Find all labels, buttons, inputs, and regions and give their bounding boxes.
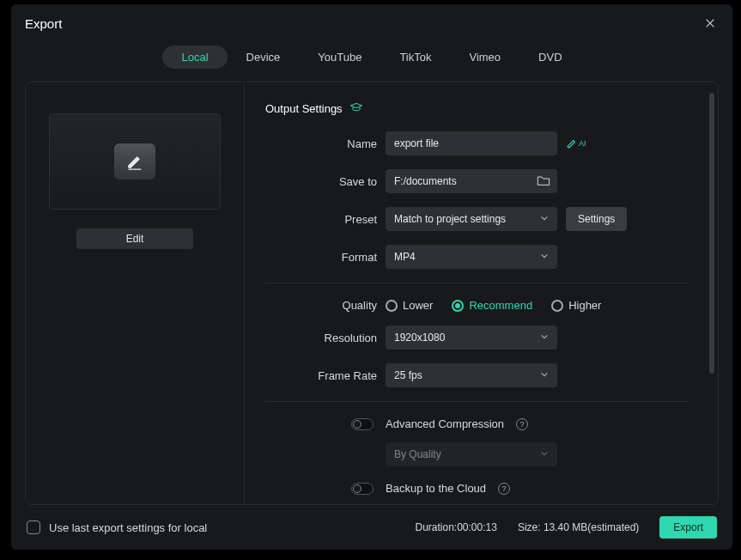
chevron-down-icon — [540, 369, 549, 381]
chevron-down-icon — [540, 448, 549, 460]
tab-dvd[interactable]: DVD — [519, 46, 580, 69]
quality-recommend-radio[interactable]: Recommend — [452, 299, 532, 312]
saveto-value: F:/documents — [394, 175, 457, 187]
edit-preview-button[interactable]: Edit — [76, 228, 193, 249]
chevron-down-icon — [540, 251, 549, 263]
quality-lower-radio[interactable]: Lower — [386, 299, 433, 312]
preset-value: Match to project settings — [394, 213, 506, 225]
tab-tiktok[interactable]: TikTok — [380, 46, 450, 69]
preset-dropdown[interactable]: Match to project settings — [386, 207, 557, 231]
tab-device[interactable]: Device — [228, 46, 300, 69]
row-preset: Preset Match to project settings Setting… — [265, 207, 689, 231]
chevron-down-icon — [540, 332, 549, 344]
format-value: MP4 — [394, 251, 416, 263]
footer-left: Use last export settings for local — [27, 520, 207, 534]
format-label: Format — [265, 251, 377, 264]
output-settings-panel: Output Settings Name AI Save to F:/docum… — [245, 82, 718, 504]
export-dialog: Export Local Device YouTube TikTok Vimeo… — [11, 4, 732, 550]
use-last-settings-label: Use last export settings for local — [49, 521, 207, 534]
footer-right: Duration:00:00:13 Size: 13.40 MB(estimat… — [415, 516, 717, 539]
size-value: 13.40 MB(estimated) — [544, 521, 639, 533]
help-icon[interactable]: ? — [498, 483, 510, 495]
output-settings-title: Output Settings — [265, 102, 343, 115]
saveto-field[interactable]: F:/documents — [386, 169, 557, 193]
backup-cloud-toggle[interactable] — [351, 483, 374, 495]
resolution-value: 1920x1080 — [394, 332, 445, 344]
row-name: Name AI — [265, 131, 689, 155]
compression-mode-dropdown: By Quality — [386, 442, 557, 466]
row-format: Format MP4 — [265, 245, 689, 269]
tab-local[interactable]: Local — [162, 46, 227, 69]
folder-icon[interactable] — [537, 174, 550, 189]
quality-label: Quality — [265, 299, 377, 312]
export-button[interactable]: Export — [659, 516, 717, 539]
ai-suffix: AI — [579, 139, 586, 148]
row-resolution: Resolution 1920x1080 — [265, 326, 689, 350]
use-last-settings-checkbox[interactable] — [27, 520, 40, 534]
dialog-title: Export — [25, 16, 62, 31]
duration-info: Duration:00:00:13 — [415, 521, 496, 533]
saveto-label: Save to — [265, 175, 377, 188]
resolution-label: Resolution — [265, 332, 377, 344]
quality-radio-group: Lower Recommend Higher — [386, 299, 601, 312]
dialog-footer: Use last export settings for local Durat… — [11, 505, 732, 550]
advanced-compression-toggle[interactable] — [351, 418, 374, 430]
preview-panel: Edit — [26, 82, 245, 504]
name-label: Name — [265, 137, 377, 150]
quality-recommend-label: Recommend — [469, 299, 532, 312]
compression-mode-value: By Quality — [394, 448, 441, 460]
row-save-to: Save to F:/documents — [265, 169, 689, 193]
row-advanced-compression: Advanced Compression ? — [265, 417, 689, 430]
ai-rename-button[interactable]: AI — [566, 137, 586, 149]
advanced-compression-label: Advanced Compression — [386, 417, 504, 430]
separator — [265, 283, 689, 283]
close-icon — [704, 17, 716, 29]
separator — [265, 401, 689, 402]
preview-thumbnail[interactable] — [49, 113, 221, 210]
duration-value: 00:00:13 — [457, 521, 497, 533]
quality-higher-label: Higher — [568, 299, 601, 312]
duration-label: Duration: — [415, 521, 457, 533]
backup-cloud-label: Backup to the Cloud — [386, 482, 486, 495]
pencil-icon — [114, 143, 155, 180]
row-compression-mode: By Quality — [265, 442, 689, 466]
size-info: Size: 13.40 MB(estimated) — [518, 521, 639, 533]
chevron-down-icon — [540, 213, 549, 225]
row-backup-cloud: Backup to the Cloud ? — [265, 482, 689, 495]
scrollbar[interactable] — [709, 93, 714, 494]
scrollbar-thumb[interactable] — [709, 93, 714, 374]
name-input[interactable] — [386, 131, 557, 155]
titlebar: Export — [11, 4, 732, 42]
quality-higher-radio[interactable]: Higher — [551, 299, 601, 312]
help-icon[interactable]: ? — [516, 418, 528, 430]
export-tabs: Local Device YouTube TikTok Vimeo DVD — [11, 42, 732, 71]
framerate-dropdown[interactable]: 25 fps — [386, 363, 557, 387]
close-button[interactable] — [702, 15, 719, 32]
framerate-value: 25 fps — [394, 369, 422, 381]
row-quality: Quality Lower Recommend Higher — [265, 299, 689, 312]
preset-settings-button[interactable]: Settings — [566, 207, 627, 231]
row-framerate: Frame Rate 25 fps — [265, 363, 689, 387]
format-dropdown[interactable]: MP4 — [386, 245, 557, 269]
quality-lower-label: Lower — [403, 299, 433, 312]
resolution-dropdown[interactable]: 1920x1080 — [386, 326, 557, 350]
output-settings-header: Output Settings — [265, 101, 689, 116]
size-label: Size: — [518, 521, 544, 533]
tab-youtube[interactable]: YouTube — [299, 46, 380, 69]
dialog-body: Edit Output Settings Name AI Sa — [25, 82, 719, 505]
preset-label: Preset — [265, 213, 377, 226]
pen-icon — [566, 137, 578, 149]
tab-vimeo[interactable]: Vimeo — [450, 46, 519, 69]
graduation-cap-icon[interactable] — [349, 101, 363, 116]
framerate-label: Frame Rate — [265, 369, 377, 382]
